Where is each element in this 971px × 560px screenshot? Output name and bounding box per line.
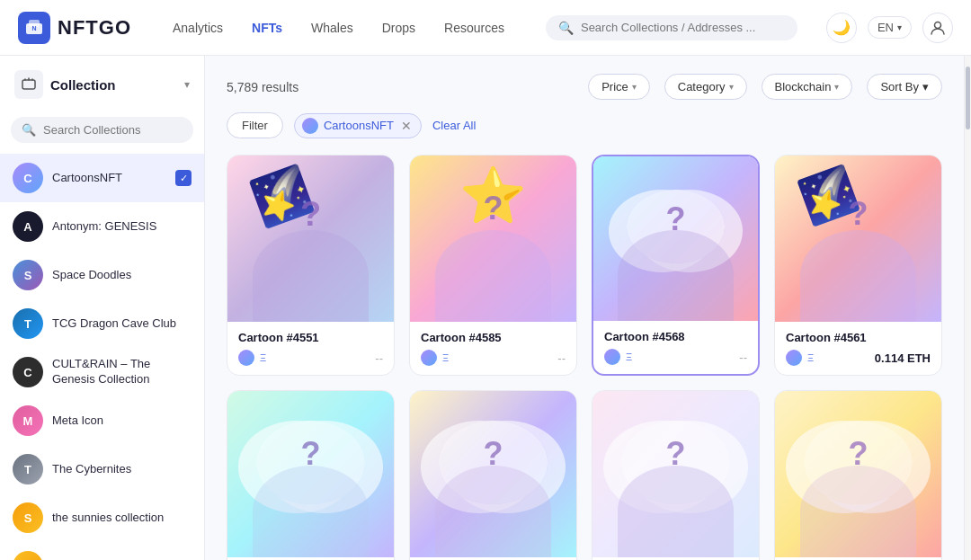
nft-image: ? (593, 156, 758, 321)
logo[interactable]: N NFTGO (18, 12, 131, 44)
nft-card-4585[interactable]: ⭐ ? Cartoon #4585 Ξ -- (409, 155, 577, 376)
sidebar-item-label: Antonym: GENESIS (52, 219, 192, 235)
sidebar-item-rubberduck[interactable]: R Rubber Duck Bath Party (0, 542, 204, 560)
svg-rect-4 (22, 80, 35, 89)
logo-text: NFTGO (58, 16, 131, 40)
chevron-down-icon: ▾ (729, 82, 734, 92)
content-area: 5,789 results Price ▾ Category ▾ Blockch… (205, 56, 964, 560)
sidebar-item-label: Meta Icon (52, 413, 192, 429)
user-account-button[interactable] (922, 13, 953, 43)
svg-text:N: N (31, 25, 36, 31)
dark-mode-button[interactable]: 🌙 (826, 13, 857, 43)
results-count: 5,789 results (227, 80, 575, 94)
sidebar-collection-list: C CartoonsNFT ✓ A Antonym: GENESIS S Spa… (0, 154, 204, 560)
sidebar-search-input[interactable] (43, 123, 183, 137)
active-filter-chip: CartoonsNFT ✕ (294, 113, 422, 138)
nav-drops[interactable]: Drops (370, 15, 428, 40)
sidebar-item-label: Space Doodles (52, 268, 192, 283)
header: N NFTGO Analytics NFTs Whales Drops Reso… (0, 0, 971, 56)
logo-icon: N (18, 12, 50, 44)
sidebar-item-cultrain[interactable]: C CULT&RAIN – The Genesis Collection (0, 348, 204, 396)
chip-avatar (302, 118, 318, 134)
blockchain-dropdown[interactable]: Blockchain ▾ (762, 74, 853, 100)
nav-whales[interactable]: Whales (298, 15, 366, 40)
blockchain-label: Blockchain (775, 80, 832, 93)
sidebar-item-cartoonsnft[interactable]: C CartoonsNFT ✓ (0, 154, 204, 202)
sort-button[interactable]: Sort By ▾ (867, 74, 942, 100)
chevron-down-icon: ▾ (834, 82, 839, 92)
check-icon: ✓ (175, 170, 192, 186)
sort-label: Sort By (880, 80, 919, 93)
close-icon[interactable]: ✕ (401, 119, 412, 133)
nft-price: 0.114 ETH (875, 351, 931, 365)
sidebar-item-label: The Cybernites (52, 462, 192, 477)
avatar: S (13, 502, 43, 533)
sidebar-item-label: CULT&RAIN – The Genesis Collection (52, 357, 192, 387)
sidebar-item-tcgdragon[interactable]: T TCG Dragon Cave Club (0, 299, 204, 348)
header-actions: 🌙 EN ▾ (826, 13, 953, 43)
avatar: C (13, 163, 43, 193)
nft-name: Cartoon #4551 (238, 331, 383, 344)
sidebar-item-sunnies[interactable]: S the sunnies collection (0, 493, 204, 542)
svg-point-3 (935, 22, 941, 28)
sidebar-search-box[interactable]: 🔍 (11, 117, 193, 143)
nft-card-4561[interactable]: 🌠 ? Cartoon #4561 Ξ 0.114 ETH (774, 155, 942, 376)
eth-icon: Ξ (442, 352, 449, 363)
nav-nfts[interactable]: NFTs (239, 15, 295, 40)
chevron-down-icon: ▾ (922, 80, 929, 93)
nft-card-4556[interactable]: ? Cartoon #4556 Ξ -- (592, 390, 760, 560)
scrollbar-thumb[interactable] (966, 67, 970, 129)
sidebar-search-container: 🔍 (0, 110, 204, 154)
collection-icon-sm (238, 350, 254, 366)
collection-icon-sm (786, 350, 802, 366)
nft-image: ? (227, 391, 394, 557)
sidebar-item-antonym[interactable]: A Antonym: GENESIS (0, 202, 204, 251)
nav-analytics[interactable]: Analytics (160, 15, 236, 40)
chip-label: CartoonsNFT (324, 119, 394, 132)
sidebar-item-label: TCG Dragon Cave Club (52, 316, 192, 332)
nft-name: Cartoon #4585 (421, 331, 566, 344)
main-layout: Collection ▾ 🔍 C CartoonsNFT ✓ A Antonym… (0, 56, 971, 560)
nft-image: 🌠 ? (775, 156, 941, 322)
price-label: Price (601, 80, 628, 93)
chevron-down-icon: ▾ (897, 22, 902, 32)
category-label: Category (678, 80, 726, 93)
clear-all-button[interactable]: Clear All (432, 119, 476, 132)
category-dropdown[interactable]: Category ▾ (664, 74, 747, 100)
nav-resources[interactable]: Resources (432, 15, 517, 40)
collection-icon (14, 70, 43, 99)
language-selector[interactable]: EN ▾ (868, 16, 912, 39)
sidebar-item-cybernites[interactable]: T The Cybernites (0, 445, 204, 493)
global-search[interactable]: 🔍 (546, 15, 797, 40)
nft-image: ? (592, 391, 759, 557)
avatar: A (13, 211, 43, 242)
search-icon: 🔍 (558, 21, 574, 35)
nft-card-4568[interactable]: ? Cartoon #4568 Ξ -- (592, 155, 760, 376)
avatar: T (13, 454, 43, 484)
nft-card-4543[interactable]: ? Cartoon #4543 Ξ -- (409, 390, 577, 560)
nft-card-4547[interactable]: ? Cartoon #4547 Ξ -- (227, 390, 395, 560)
nft-card-4530[interactable]: ? Cartoon #4530 Ξ -- (774, 390, 942, 560)
chevron-down-icon: ▾ (632, 82, 637, 92)
filter-button[interactable]: Filter (227, 112, 283, 138)
nft-price: -- (739, 351, 747, 364)
chevron-down-icon: ▾ (184, 78, 190, 91)
price-dropdown[interactable]: Price ▾ (588, 74, 650, 100)
scrollbar-track[interactable] (964, 56, 971, 560)
nft-price: -- (375, 351, 383, 365)
sidebar-header[interactable]: Collection ▾ (0, 56, 204, 110)
search-icon: 🔍 (22, 123, 36, 137)
sidebar: Collection ▾ 🔍 C CartoonsNFT ✓ A Antonym… (0, 56, 205, 560)
main-nav: Analytics NFTs Whales Drops Resources (160, 15, 517, 40)
search-input[interactable] (581, 21, 785, 34)
nft-card-4551[interactable]: 🌠 ? Cartoon #4551 Ξ -- (227, 155, 395, 376)
eth-icon: Ξ (807, 352, 814, 363)
eth-icon: Ξ (626, 351, 632, 362)
nft-image: ⭐ ? (410, 156, 576, 322)
sidebar-item-spacedoodles[interactable]: S Space Doodles (0, 251, 204, 299)
sidebar-item-metaicon[interactable]: M Meta Icon (0, 396, 204, 445)
avatar: S (13, 260, 43, 290)
collection-icon-sm (604, 349, 620, 365)
nft-grid: 🌠 ? Cartoon #4551 Ξ -- (227, 155, 942, 560)
nft-price: -- (557, 351, 566, 365)
